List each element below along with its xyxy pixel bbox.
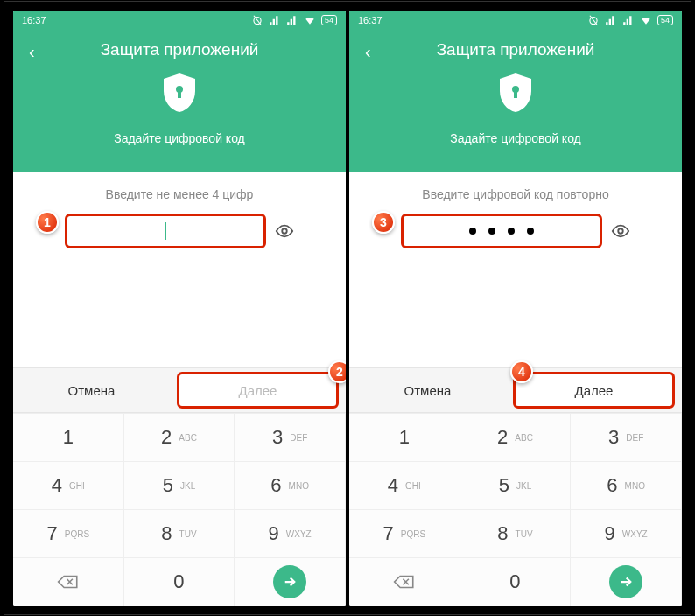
pin-dots	[469, 228, 534, 234]
numeric-keypad: 1 2ABC 3DEF 4GHI 5JKL 6MNO 7PQRS 8TUV 9W…	[13, 413, 346, 606]
alarm-off-icon	[251, 14, 263, 26]
battery-level: 54	[321, 15, 337, 25]
key-6[interactable]: 6MNO	[235, 461, 346, 509]
key-4[interactable]: 4GHI	[349, 461, 460, 509]
svg-point-3	[282, 228, 287, 234]
wifi-icon	[640, 14, 652, 26]
key-6[interactable]: 6MNO	[571, 461, 682, 509]
header-subtitle: Задайте цифровой код	[22, 131, 337, 145]
pin-dot	[488, 228, 495, 234]
cancel-button[interactable]: Отмена	[349, 368, 506, 412]
input-row	[31, 214, 328, 248]
backspace-icon	[393, 573, 416, 591]
comparison-container: 16:37 54 ‹ Защита приложений Задайте циф…	[4, 1, 691, 615]
key-backspace[interactable]	[13, 557, 124, 606]
back-button[interactable]: ‹	[365, 42, 371, 62]
header: ‹ Защита приложений Задайте цифровой код	[13, 30, 346, 172]
back-button[interactable]: ‹	[29, 42, 35, 62]
next-button[interactable]: Далее	[513, 372, 675, 409]
pin-input[interactable]	[401, 214, 602, 248]
svg-point-7	[618, 228, 623, 234]
key-1[interactable]: 1	[13, 413, 124, 461]
key-7[interactable]: 7PQRS	[13, 509, 124, 557]
battery-level: 54	[657, 15, 673, 25]
header: ‹ Защита приложений Задайте цифровой код	[349, 30, 682, 172]
annotation-badge-1: 1	[36, 211, 59, 234]
input-row	[367, 214, 664, 248]
svg-rect-6	[514, 91, 517, 98]
pin-dot	[527, 228, 534, 234]
signal-icon	[286, 14, 298, 26]
key-2[interactable]: 2ABC	[460, 413, 572, 461]
status-icons: 54	[587, 14, 673, 26]
key-9[interactable]: 9WXYZ	[235, 509, 346, 557]
hint-text: Введите цифровой код повторно	[367, 187, 664, 201]
wifi-icon	[304, 14, 316, 26]
visibility-icon[interactable]	[611, 221, 630, 241]
header-title: Защита приложений	[358, 40, 673, 60]
key-2[interactable]: 2ABC	[124, 413, 235, 461]
key-4[interactable]: 4GHI	[13, 461, 124, 509]
cancel-button[interactable]: Отмена	[13, 368, 170, 412]
svg-rect-2	[178, 91, 181, 98]
key-backspace[interactable]	[349, 557, 460, 606]
status-bar: 16:37 54	[13, 10, 346, 30]
content-area: Введите цифровой код повторно	[349, 172, 682, 264]
annotation-badge-3: 3	[372, 211, 395, 234]
action-bar: Отмена Далее	[13, 368, 346, 413]
arrow-right-icon	[282, 574, 298, 590]
shield-lock-icon	[160, 72, 199, 114]
key-enter[interactable]	[235, 557, 346, 606]
phone-screen-1: 16:37 54 ‹ Защита приложений Задайте циф…	[13, 10, 346, 606]
key-7[interactable]: 7PQRS	[349, 509, 460, 557]
key-3[interactable]: 3DEF	[235, 413, 346, 461]
alarm-off-icon	[587, 14, 600, 26]
signal-icon	[269, 14, 281, 26]
pin-dot	[469, 228, 476, 234]
header-subtitle: Задайте цифровой код	[358, 131, 673, 145]
key-0[interactable]: 0	[460, 557, 572, 606]
next-button[interactable]: Далее	[177, 372, 339, 409]
visibility-icon[interactable]	[275, 221, 294, 241]
backspace-icon	[57, 573, 80, 591]
status-time: 16:37	[22, 15, 46, 25]
key-8[interactable]: 8TUV	[124, 509, 235, 557]
signal-icon	[605, 14, 617, 26]
status-time: 16:37	[358, 15, 383, 25]
arrow-right-icon	[618, 574, 634, 590]
key-5[interactable]: 5JKL	[124, 461, 235, 509]
header-title: Защита приложений	[22, 40, 337, 60]
pin-dot	[508, 228, 515, 234]
key-1[interactable]: 1	[349, 413, 460, 461]
shield-lock-icon	[496, 72, 535, 114]
key-5[interactable]: 5JKL	[460, 461, 572, 509]
hint-text: Введите не менее 4 цифр	[31, 187, 328, 201]
annotation-badge-2: 2	[328, 360, 346, 383]
key-8[interactable]: 8TUV	[460, 509, 572, 557]
numeric-keypad: 1 2ABC 3DEF 4GHI 5JKL 6MNO 7PQRS 8TUV 9W…	[349, 413, 682, 606]
key-9[interactable]: 9WXYZ	[571, 509, 682, 557]
status-bar: 16:37 54	[349, 10, 682, 30]
annotation-badge-4: 4	[510, 360, 533, 383]
key-0[interactable]: 0	[124, 557, 235, 606]
status-icons: 54	[251, 14, 337, 26]
pin-input[interactable]	[65, 214, 266, 248]
key-enter[interactable]	[571, 557, 682, 606]
phone-screen-2: 16:37 54 ‹ Защита приложений Задайте циф…	[349, 10, 682, 606]
key-3[interactable]: 3DEF	[571, 413, 682, 461]
signal-icon	[622, 14, 635, 26]
content-area: Введите не менее 4 цифр	[13, 172, 346, 264]
